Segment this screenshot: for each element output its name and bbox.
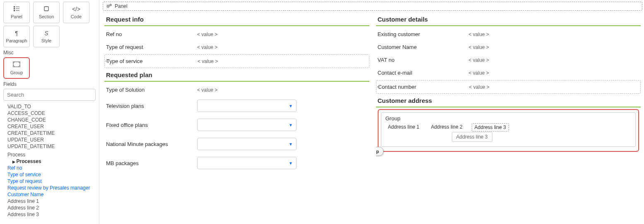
svg-point-15 (110, 5, 111, 5)
tool-code[interactable]: </> Code (63, 2, 89, 23)
tool-section[interactable]: Section (33, 2, 60, 23)
tool-paragraph[interactable]: ¶ Paragraph (3, 26, 30, 47)
field-row[interactable]: Contact e-mail< value > (376, 66, 641, 79)
address-chip[interactable]: Address line 2 (429, 123, 465, 131)
code-icon: </> (72, 6, 80, 12)
columns-wrap: Request info Ref no< value >Type of requ… (101, 12, 644, 224)
dragging-chip[interactable]: Address line 3 (452, 132, 492, 142)
field-label: Type of Solution (106, 87, 197, 93)
search-input[interactable] (3, 89, 96, 101)
svg-rect-5 (16, 10, 19, 11)
section-request-info: Request info (104, 13, 369, 26)
chevron-down-icon: ▼ (289, 161, 293, 166)
tool-label: Style (41, 38, 51, 43)
field-row[interactable]: Type of request< value > (104, 41, 369, 54)
field-value: < value > (197, 44, 368, 50)
field-value: < value > (469, 32, 639, 37)
section-customer-details: Customer details (376, 13, 641, 26)
field-list-item[interactable]: CHANGE_CODE (7, 117, 96, 123)
cursor-icon (376, 158, 389, 183)
svg-rect-0 (14, 6, 15, 7)
right-column: Customer details Existing customer< valu… (376, 13, 641, 224)
chevron-down-icon: ▼ (289, 123, 293, 127)
misc-heading: Misc (3, 50, 96, 56)
select-control[interactable]: ▼ (197, 100, 297, 112)
field-value: < value > (469, 84, 639, 90)
gears-icon (106, 3, 112, 10)
field-value: < value > (469, 57, 639, 63)
left-column: Request info Ref no< value >Type of requ… (104, 13, 369, 224)
main-canvas: Panel Request info Ref no< value >Type o… (99, 0, 644, 224)
field-list-item[interactable]: VALID_TO (7, 103, 96, 110)
field-label: Contact number (378, 84, 469, 90)
tool-label: Paragraph (6, 38, 27, 43)
panel-bar[interactable]: Panel (103, 2, 642, 11)
fields-heading: Fields (3, 81, 96, 87)
list-icon (14, 6, 19, 12)
field-list-item[interactable]: UPDATE_DATETIME (7, 143, 96, 150)
drag-tooltip: Drag and Drop (376, 147, 384, 156)
svg-rect-2 (14, 8, 15, 10)
field-type-of-solution[interactable]: Type of Solution < value > (104, 83, 369, 96)
field-label: Fixed office plans (106, 122, 197, 128)
field-list-item[interactable]: Address line 2 (7, 205, 96, 211)
field-list: VALID_TOACCESS_CODECHANGE_CODECREATE_USE… (3, 103, 96, 218)
field-list-item[interactable]: CREATE_DATETIME (7, 130, 96, 136)
field-row[interactable]: Customer Name< value > (376, 41, 641, 54)
tool-style[interactable]: S Style (33, 26, 60, 47)
field-link-item[interactable]: Type of service (7, 171, 96, 178)
tool-group[interactable]: Group (3, 57, 30, 79)
field-value: < value > (197, 87, 368, 93)
field-value: < value > (197, 32, 368, 37)
select-control[interactable]: ▼ (197, 157, 297, 169)
field-list-item[interactable]: Address line 1 (7, 198, 96, 205)
processes-node[interactable]: Processes (7, 158, 96, 165)
tool-label: Section (39, 14, 54, 19)
drag-handle-icon[interactable]: ✥ (104, 58, 110, 64)
field-row[interactable]: Existing customer< value > (376, 28, 641, 41)
field-row: National Minute packages▼ (104, 134, 369, 153)
svg-rect-9 (19, 61, 20, 63)
select-control[interactable]: ▼ (197, 119, 297, 131)
field-list-item[interactable]: Address line 3 (7, 211, 96, 218)
svg-point-13 (108, 6, 109, 7)
process-heading[interactable]: Process (7, 151, 96, 158)
tool-label: Group (10, 70, 23, 75)
select-control[interactable]: ▼ (197, 138, 297, 150)
field-label: Contact e-mail (378, 70, 469, 76)
field-list-item[interactable]: UPDATE_USER (7, 136, 96, 143)
section-customer-address: Customer address (376, 95, 641, 107)
tool-row-1: Panel Section </> Code (3, 2, 96, 23)
chevron-down-icon: ▼ (289, 142, 293, 146)
drag-handle-icon[interactable]: ✥ (376, 84, 381, 90)
group-icon (13, 61, 20, 68)
group-drop-zone[interactable]: Group Address line 1Address line 2Addres… (378, 109, 639, 152)
field-link-item[interactable]: Type of request (7, 178, 96, 185)
field-link-item[interactable]: Request review by Presales manager (7, 185, 96, 191)
field-value: < value > (469, 44, 639, 50)
chevron-down-icon: ▼ (289, 104, 293, 108)
field-link-item[interactable]: Ref no (7, 165, 96, 171)
field-row[interactable]: Ref no< value > (104, 28, 369, 41)
address-chip[interactable]: Address line 3 (472, 123, 509, 131)
svg-rect-1 (16, 7, 19, 7)
field-row[interactable]: ✥Type of service< value > (104, 54, 369, 68)
address-group-box[interactable]: Group Address line 1Address line 2Addres… (381, 112, 636, 147)
svg-rect-4 (14, 10, 15, 11)
field-label: Type of request (106, 44, 197, 50)
field-row[interactable]: ✥Contact number< value > (376, 80, 641, 94)
field-row: Fixed office plans▼ (104, 115, 369, 134)
field-row[interactable]: VAT no< value > (376, 54, 641, 66)
svg-rect-10 (13, 66, 14, 67)
field-list-item[interactable]: ACCESS_CODE (7, 110, 96, 117)
field-row: MB packages▼ (104, 153, 369, 173)
tool-label: Panel (11, 14, 22, 19)
tool-panel[interactable]: Panel (3, 2, 30, 23)
field-label: MB packages (106, 160, 197, 166)
address-chip[interactable]: Address line 1 (386, 123, 422, 131)
field-list-item[interactable]: CREATE_USER (7, 123, 96, 130)
panel-label: Panel (115, 3, 128, 9)
field-row: Television plans▼ (104, 96, 369, 115)
field-link-item[interactable]: Customer Name (7, 191, 96, 198)
section-requested-plan: Requested plan (104, 69, 369, 82)
